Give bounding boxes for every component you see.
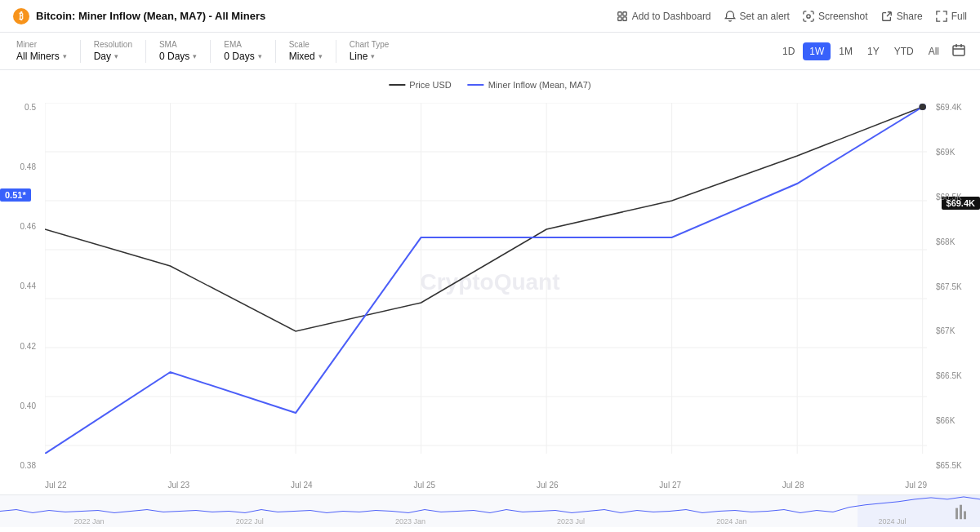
miner-inflow-line: [45, 107, 923, 454]
resolution-control[interactable]: Resolution Day ▾: [87, 37, 139, 65]
controls-left: Miner All Miners ▾ Resolution Day ▾ SMA …: [10, 37, 395, 65]
mini-chart: 2022 Jan 2022 Jul 2023 Jan 2023 Jul 2024…: [0, 494, 980, 527]
legend-price: Price USD: [389, 80, 451, 90]
y-right-label-3: $68.5K: [936, 193, 962, 202]
mini-label-2024jan: 2024 Jan: [716, 517, 746, 525]
chart-type-value: Line: [350, 51, 368, 62]
divider-3: [210, 40, 211, 63]
screenshot-label: Screenshot: [818, 11, 868, 22]
y-right-label-8: $66K: [936, 416, 955, 425]
chart-legend: Price USD Miner Inflow (Mean, MA7): [389, 80, 590, 90]
legend-miner-label: Miner Inflow (Mean, MA7): [488, 80, 591, 90]
legend-price-label: Price USD: [409, 80, 451, 90]
btc-icon: ₿: [13, 8, 29, 24]
y-left-label-1: 0.5: [24, 103, 36, 112]
y-left-label-5: 0.42: [20, 342, 36, 351]
page-title: Bitcoin: Miner Inflow (Mean, MA7) - All …: [36, 10, 265, 22]
calendar-icon: [952, 43, 965, 56]
resolution-arrow-icon: ▾: [114, 52, 118, 60]
scale-control[interactable]: Scale Mixed ▾: [283, 37, 329, 65]
top-bar-left: ₿ Bitcoin: Miner Inflow (Mean, MA7) - Al…: [13, 8, 265, 24]
screenshot-icon: [803, 11, 814, 22]
sma-control[interactable]: SMA 0 Days ▾: [153, 37, 203, 65]
price-line: [45, 107, 923, 331]
share-button[interactable]: Share: [881, 11, 923, 22]
chart-type-select[interactable]: Line ▾: [350, 51, 390, 62]
share-label: Share: [897, 11, 923, 22]
chart-type-control[interactable]: Chart Type Line ▾: [343, 37, 396, 65]
x-label-jul28: Jul 28: [782, 481, 804, 490]
ema-label: EMA: [224, 40, 261, 49]
resolution-select[interactable]: Day ▾: [94, 51, 132, 62]
y-left-label-7: 0.38: [20, 461, 36, 470]
x-label-jul26: Jul 26: [537, 481, 559, 490]
svg-rect-1: [623, 11, 626, 15]
ema-select[interactable]: 0 Days ▾: [224, 51, 261, 62]
sma-select[interactable]: 0 Days ▾: [159, 51, 197, 62]
scale-label: Scale: [289, 40, 323, 49]
miner-value: All Miners: [16, 51, 60, 62]
y-right-label-2: $69K: [936, 148, 955, 157]
y-right-label-9: $65.5K: [936, 461, 962, 470]
legend-price-line: [389, 84, 405, 86]
calendar-button[interactable]: [947, 40, 970, 62]
scale-select[interactable]: Mixed ▾: [289, 51, 323, 62]
fullscreen-button[interactable]: Full: [936, 11, 967, 22]
y-left-label-6: 0.40: [20, 401, 36, 410]
dashboard-icon: [617, 11, 628, 22]
y-left-label-4: 0.44: [20, 282, 36, 290]
miner-select[interactable]: All Miners ▾: [16, 51, 67, 62]
time-ytd-button[interactable]: YTD: [888, 42, 920, 60]
y-right-label-6: $67K: [936, 326, 955, 335]
x-label-jul25: Jul 25: [413, 481, 435, 490]
sma-label: SMA: [159, 40, 197, 49]
miner-control[interactable]: Miner All Miners ▾: [10, 37, 74, 65]
svg-rect-2: [618, 16, 621, 20]
mini-label-2024jul: 2024 Jul: [878, 517, 906, 525]
svg-point-4: [807, 14, 810, 17]
resolution-value: Day: [94, 51, 111, 62]
controls-bar: Miner All Miners ▾ Resolution Day ▾ SMA …: [0, 33, 980, 70]
time-1w-button[interactable]: 1W: [803, 42, 831, 60]
time-all-button[interactable]: All: [922, 42, 946, 60]
resolution-label: Resolution: [94, 40, 132, 49]
time-period-controls: 1D 1W 1M 1Y YTD All: [776, 40, 970, 62]
sma-arrow-icon: ▾: [193, 52, 197, 60]
scale-arrow-icon: ▾: [318, 52, 323, 60]
time-1m-button[interactable]: 1M: [832, 42, 859, 60]
add-dashboard-button[interactable]: Add to Dashboard: [617, 11, 711, 22]
divider-4: [275, 40, 276, 63]
ema-control[interactable]: EMA 0 Days ▾: [217, 37, 268, 65]
add-dashboard-label: Add to Dashboard: [632, 11, 711, 22]
mini-label-2022jul: 2022 Jul: [236, 517, 264, 525]
y-axis-left: 0.5 0.48 0.46 0.44 0.42 0.40 0.38: [0, 103, 41, 470]
divider-5: [336, 40, 336, 63]
share-icon: [881, 11, 893, 22]
y-left-label-2: 0.48: [20, 162, 36, 171]
set-alert-button[interactable]: Set an alert: [724, 11, 790, 22]
divider-2: [145, 40, 146, 63]
svg-rect-0: [618, 11, 621, 15]
mini-label-2022jan: 2022 Jan: [74, 517, 105, 525]
screenshot-button[interactable]: Screenshot: [803, 11, 868, 22]
y-right-label-7: $66.5K: [936, 371, 962, 380]
chart-container: Price USD Miner Inflow (Mean, MA7) 0.51*…: [0, 70, 980, 494]
time-1y-button[interactable]: 1Y: [861, 42, 886, 60]
mini-x-labels: 2022 Jan 2022 Jul 2023 Jan 2023 Jul 2024…: [0, 517, 980, 525]
mini-label-2023jan: 2023 Jan: [395, 517, 425, 525]
chart-svg: [45, 103, 927, 454]
x-label-jul27: Jul 27: [659, 481, 681, 490]
x-label-jul22: Jul 22: [45, 481, 67, 490]
chart-type-label: Chart Type: [350, 40, 390, 49]
price-endpoint-dot: [919, 104, 925, 110]
sma-value: 0 Days: [159, 51, 189, 62]
mini-chart-line: [0, 497, 980, 513]
top-bar-right: Add to Dashboard Set an alert Screenshot…: [617, 11, 967, 22]
y-left-label-3: 0.46: [20, 222, 36, 231]
y-right-label-5: $67.5K: [936, 282, 962, 291]
set-alert-label: Set an alert: [740, 11, 790, 22]
fullscreen-icon: [936, 11, 947, 22]
y-right-label-4: $68K: [936, 237, 955, 246]
time-1d-button[interactable]: 1D: [776, 42, 801, 60]
legend-miner: Miner Inflow (Mean, MA7): [468, 80, 591, 90]
